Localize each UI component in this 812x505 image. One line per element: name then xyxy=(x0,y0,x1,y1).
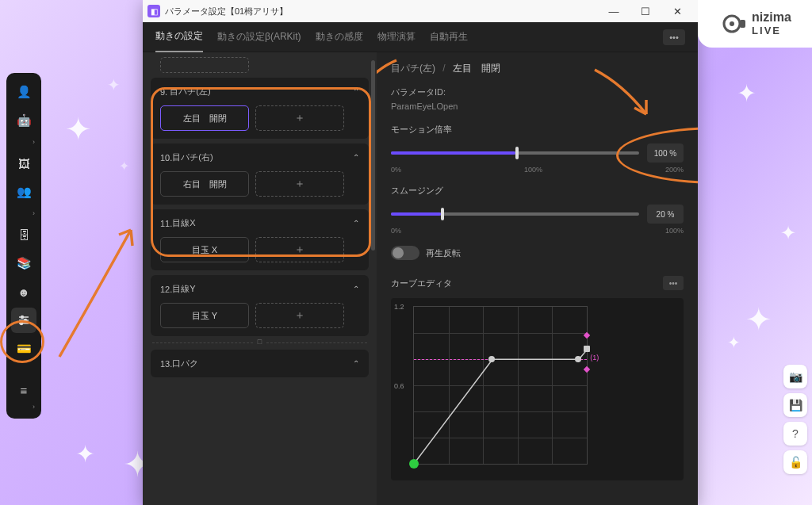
chevron-right-icon: › xyxy=(11,208,36,219)
image-icon[interactable]: 🖼 xyxy=(11,151,36,176)
close-button[interactable]: ✕ xyxy=(661,0,693,22)
maximize-button[interactable]: ☐ xyxy=(630,0,661,22)
group-mouth: 13.口パク ⌃ xyxy=(151,350,369,377)
group-eye-blink-right: 10.目パチ(右) ⌃ 右目 開閉 ＋ xyxy=(151,143,369,205)
sparkle-decoration: ✦ xyxy=(737,79,756,107)
tab-motion-settings[interactable]: 動きの設定 xyxy=(155,21,203,52)
parameter-list-panel: 9. 目パチ(左) ⌃ 左目 開閉 ＋ 10.目パチ(右) ⌃ 右目 開閉 ＋ xyxy=(143,52,377,505)
separator xyxy=(152,342,367,343)
more-icon[interactable]: ••• xyxy=(663,29,685,45)
svg-point-5 xyxy=(21,323,23,325)
people-icon[interactable]: 👥 xyxy=(11,179,36,205)
reverse-toggle[interactable] xyxy=(391,246,419,260)
detail-panel: 目パチ(左) / 左目 開閉 パラメータID: ParamEyeLOpen モー… xyxy=(377,52,698,505)
right-button-stack: 📷 💾 ? 🔓 xyxy=(783,365,807,474)
curve-point[interactable] xyxy=(584,346,590,352)
add-button[interactable]: ＋ xyxy=(255,303,344,328)
tab-sensitivity[interactable]: 動きの感度 xyxy=(316,22,363,52)
chevron-right-icon: › xyxy=(11,401,36,412)
robot-icon[interactable]: 🤖 xyxy=(11,108,36,133)
tab-physics[interactable]: 物理演算 xyxy=(377,22,416,52)
sparkle-decoration: ✦ xyxy=(119,159,129,174)
add-button[interactable]: ＋ xyxy=(255,105,344,131)
sparkle-decoration: ✦ xyxy=(65,111,92,147)
chevron-up-icon: ⌃ xyxy=(353,219,359,228)
archive-icon[interactable]: 🗄 xyxy=(11,222,36,247)
group-eye-blink-left: 9. 目パチ(左) ⌃ 左目 開閉 ＋ xyxy=(151,78,369,139)
curve-editor-label: カーブエディタ xyxy=(391,277,452,289)
chevron-up-icon: ⌃ xyxy=(353,285,359,293)
add-button[interactable]: ＋ xyxy=(255,237,344,262)
group-header[interactable]: 12.目線Y ⌃ xyxy=(160,283,359,295)
sparkle-decoration: ✦ xyxy=(75,440,95,468)
sparkle-decoration: ✦ xyxy=(780,222,796,244)
app-icon: ◧ xyxy=(147,5,160,17)
param-item-left-eye[interactable]: 左目 開閉 xyxy=(160,105,249,131)
breadcrumb: 目パチ(左) / 左目 開閉 xyxy=(391,62,684,75)
sparkle-decoration: ✦ xyxy=(727,333,741,352)
curve-point[interactable] xyxy=(575,356,581,362)
more-icon[interactable]: ••• xyxy=(663,276,684,290)
param-item-right-eye[interactable]: 右目 開閉 xyxy=(160,171,249,197)
group-header[interactable]: 13.口パク ⌃ xyxy=(160,358,359,369)
brand-logo: nizima LIVE xyxy=(698,0,812,48)
motion-rate-slider[interactable] xyxy=(391,145,639,161)
chevron-right-icon: › xyxy=(11,136,36,147)
curve-point[interactable] xyxy=(409,459,419,469)
help-icon[interactable]: ? xyxy=(783,422,807,446)
svg-point-3 xyxy=(25,319,27,322)
titlebar: ◧ パラメータ設定【01栂アリサ】 ― ☐ ✕ xyxy=(143,0,698,22)
tab-bar: 動きの設定 動きの設定β(ARKit) 動きの感度 物理演算 自動再生 ••• xyxy=(143,22,698,52)
svg-rect-8 xyxy=(740,20,745,28)
tab-motion-arkit[interactable]: 動きの設定β(ARKit) xyxy=(217,22,301,52)
chevron-up-icon: ⌃ xyxy=(353,87,359,96)
curve-point[interactable] xyxy=(488,356,495,362)
group-header[interactable]: 11.目線X ⌃ xyxy=(160,217,359,229)
svg-point-7 xyxy=(730,21,734,26)
svg-point-1 xyxy=(21,316,24,319)
placeholder-item xyxy=(160,57,249,73)
sparkle-decoration: ✦ xyxy=(745,301,772,338)
save-icon[interactable]: 💾 xyxy=(783,393,807,417)
left-toolbar: 👤 🤖 › 🖼 👥 › 🗄 📚 ☻ 💳 ≡ › xyxy=(6,73,41,419)
minimize-button[interactable]: ― xyxy=(598,0,630,22)
reverse-label: 再生反転 xyxy=(426,247,461,259)
smoothing-value[interactable]: 20 % xyxy=(647,205,684,224)
tab-autoplay[interactable]: 自動再生 xyxy=(430,22,468,52)
group-header[interactable]: 10.目パチ(右) ⌃ xyxy=(160,151,359,163)
chevron-up-icon: ⌃ xyxy=(353,153,359,162)
scrollbar[interactable] xyxy=(371,60,375,251)
motion-rate-value[interactable]: 100 % xyxy=(647,143,684,163)
nizima-icon xyxy=(722,11,747,36)
param-id-value: ParamEyeLOpen xyxy=(391,101,684,111)
curve-editor[interactable]: 1.2 0.6 (1) xyxy=(391,298,684,480)
chevron-up-icon: ⌃ xyxy=(353,359,359,368)
smoothing-label: スムージング xyxy=(391,185,684,197)
param-item-eyeball-x[interactable]: 目玉 X xyxy=(160,237,249,262)
camera-icon[interactable]: 📷 xyxy=(783,365,807,388)
param-item-eyeball-y[interactable]: 目玉 Y xyxy=(160,303,249,328)
sliders-icon[interactable] xyxy=(11,308,36,333)
group-header[interactable]: 9. 目パチ(左) ⌃ xyxy=(160,86,359,98)
smoothing-slider[interactable] xyxy=(391,206,639,222)
sparkle-decoration: ✦ xyxy=(107,75,121,94)
motion-rate-label: モーション倍率 xyxy=(391,124,684,136)
face-icon[interactable]: ☻ xyxy=(11,279,36,304)
lock-icon[interactable]: 🔓 xyxy=(783,450,807,474)
window-title: パラメータ設定【01栂アリサ】 xyxy=(165,6,288,17)
menu-icon[interactable]: ≡ xyxy=(11,377,36,403)
user-icon[interactable]: 👤 xyxy=(11,79,36,105)
group-gaze-y: 12.目線Y ⌃ 目玉 Y ＋ xyxy=(151,275,369,336)
add-button[interactable]: ＋ xyxy=(255,171,344,197)
layers-icon[interactable]: 📚 xyxy=(11,251,36,276)
group-gaze-x: 11.目線X ⌃ 目玉 X ＋ xyxy=(151,209,369,270)
parameter-settings-window: ◧ パラメータ設定【01栂アリサ】 ― ☐ ✕ 動きの設定 動きの設定β(ARK… xyxy=(143,0,698,505)
param-id-label: パラメータID: xyxy=(391,86,684,98)
annotation-arrow xyxy=(44,206,155,365)
card-icon[interactable]: 💳 xyxy=(11,336,36,362)
